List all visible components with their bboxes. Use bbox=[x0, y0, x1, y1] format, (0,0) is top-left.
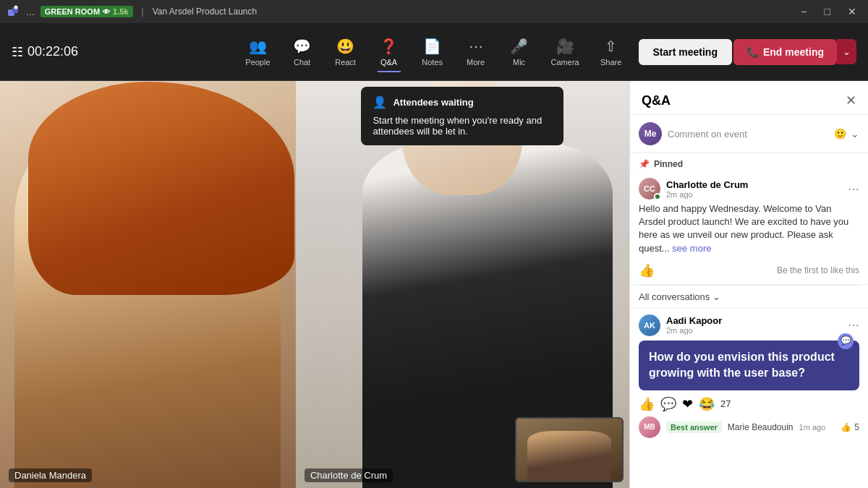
eye-icon: 👁 bbox=[103, 8, 110, 16]
laugh-reaction[interactable]: 😂 bbox=[699, 396, 715, 412]
tooltip-header: 👤 Attendees waiting bbox=[373, 95, 552, 109]
grid-icon: ☷ bbox=[12, 44, 23, 60]
chevron-down-icon: ⌄ bbox=[712, 291, 720, 302]
aadi-question-card: AK Aadi Kapoor 2m ago ⋯ 💬 How do you env… bbox=[630, 309, 868, 444]
more-label: More bbox=[467, 58, 485, 67]
comment-reaction[interactable]: 💬 bbox=[660, 396, 676, 412]
maximize-button[interactable]: □ bbox=[819, 3, 836, 20]
react-icon: 😃 bbox=[336, 38, 354, 55]
viewer-count: 1.5k bbox=[113, 7, 128, 16]
people-icon: 👥 bbox=[249, 38, 267, 55]
charlotte-like-row: 👍 Be the first to like this bbox=[639, 260, 859, 278]
comment-options[interactable]: 🙂 ⌄ bbox=[834, 128, 859, 140]
aadi-time: 2m ago bbox=[666, 326, 722, 335]
react-button[interactable]: 😃 React bbox=[326, 32, 366, 72]
window-title: Van Arsdel Product Launch bbox=[153, 7, 258, 17]
all-conversations-label: All conversations bbox=[639, 291, 710, 302]
marie-time: 1m ago bbox=[799, 423, 826, 432]
all-conversations-dropdown[interactable]: All conversations ⌄ bbox=[630, 286, 868, 309]
aadi-more-button[interactable]: ⋯ bbox=[848, 318, 859, 332]
end-meeting-chevron[interactable]: ⌄ bbox=[837, 39, 856, 64]
thumbs-up-reaction[interactable]: 👍 bbox=[639, 396, 655, 412]
video-left: Daniela Mandera bbox=[0, 81, 296, 488]
charlotte-avatar-wrap: CC bbox=[639, 178, 660, 200]
pinned-label: Pinned bbox=[654, 159, 683, 169]
tooltip-header-text: Attendees waiting bbox=[393, 97, 473, 108]
attendees-icon: 👤 bbox=[373, 95, 387, 109]
teams-logo bbox=[6, 4, 20, 19]
room-badge: GREEN ROOM 👁 1.5k bbox=[41, 6, 133, 17]
share-label: Share bbox=[600, 58, 621, 67]
charlotte-like-text: Be the first to like this bbox=[777, 265, 859, 275]
charlotte-user-info: Charlotte de Crum 2m ago bbox=[666, 179, 748, 199]
charlotte-message: CC Charlotte de Crum 2m ago ⋯ Hello and … bbox=[630, 172, 868, 285]
start-meeting-button[interactable]: Start meeting bbox=[639, 39, 732, 65]
minimize-button[interactable]: − bbox=[795, 3, 812, 20]
notes-button[interactable]: 📄 Notes bbox=[412, 32, 453, 72]
tooltip-body-text: Start the meeting when you're ready and … bbox=[373, 115, 542, 137]
chat-icon: 💬 bbox=[293, 38, 311, 55]
chat-button[interactable]: 💬 Chat bbox=[282, 32, 323, 72]
charlotte-message-header: CC Charlotte de Crum 2m ago ⋯ bbox=[639, 178, 859, 200]
left-name-label: Daniela Mandera bbox=[9, 468, 92, 482]
best-answer-badge: Best answer bbox=[666, 421, 722, 433]
qa-button[interactable]: ❓ Q&A bbox=[369, 32, 409, 72]
chat-label: Chat bbox=[294, 58, 310, 67]
share-button[interactable]: ⇧ Share bbox=[591, 32, 631, 72]
svg-point-2 bbox=[14, 6, 18, 9]
charlotte-user-row: CC Charlotte de Crum 2m ago bbox=[639, 178, 748, 200]
best-answer-like[interactable]: 👍 5 bbox=[841, 422, 859, 432]
camera-button[interactable]: 🎥 Camera bbox=[542, 32, 588, 72]
charlotte-like-button[interactable]: 👍 bbox=[639, 262, 655, 278]
notes-icon: 📄 bbox=[423, 38, 441, 55]
meeting-buttons: Start meeting 📞 End meeting ⌄ bbox=[630, 39, 856, 65]
qa-sidebar: Q&A ✕ Me Comment on event 🙂 ⌄ 📌 Pinned C… bbox=[629, 81, 868, 488]
comment-user-avatar: Me bbox=[639, 122, 662, 145]
mic-button[interactable]: 🎤 Mic bbox=[499, 32, 540, 72]
reaction-count: 27 bbox=[720, 398, 731, 409]
question-bubble-icon: 💬 bbox=[838, 333, 854, 349]
best-answer-thumbs-icon: 👍 bbox=[841, 422, 851, 432]
smile-icon[interactable]: 🙂 bbox=[834, 128, 846, 140]
more-icon: ⋯ bbox=[469, 38, 483, 55]
mic-label: Mic bbox=[513, 58, 525, 67]
people-label: People bbox=[245, 58, 270, 67]
aadi-user-info: Aadi Kapoor 2m ago bbox=[666, 315, 722, 335]
close-button[interactable]: ✕ bbox=[842, 3, 862, 20]
more-button[interactable]: ⋯ More bbox=[456, 32, 496, 72]
titlebar-more[interactable]: ... bbox=[26, 6, 35, 17]
aadi-question-text: How do you envision this product growing… bbox=[649, 351, 835, 379]
comment-input-row[interactable]: Me Comment on event 🙂 ⌄ bbox=[630, 115, 868, 153]
pinned-section-header: 📌 Pinned bbox=[630, 153, 868, 172]
charlotte-message-body: Hello and happy Wednesday. Welcome to Va… bbox=[639, 202, 859, 255]
end-meeting-button[interactable]: 📞 End meeting bbox=[733, 39, 837, 65]
main-content: Daniela Mandera 👤 Attendees waiting Star… bbox=[0, 81, 868, 488]
phone-icon: 📞 bbox=[746, 46, 759, 58]
see-more-link[interactable]: see more bbox=[672, 243, 711, 254]
chevron-down-icon[interactable]: ⌄ bbox=[851, 128, 859, 140]
attendees-tooltip: 👤 Attendees waiting Start the meeting wh… bbox=[361, 87, 563, 145]
react-label: React bbox=[335, 58, 356, 67]
meeting-timer: ☷ 00:22:06 bbox=[12, 44, 78, 60]
charlotte-online-dot bbox=[654, 193, 661, 200]
share-icon: ⇧ bbox=[605, 38, 617, 55]
heart-reaction[interactable]: ❤ bbox=[682, 396, 693, 412]
charlotte-message-text: Hello and happy Wednesday. Welcome to Va… bbox=[639, 203, 848, 254]
video-area: Daniela Mandera 👤 Attendees waiting Star… bbox=[0, 81, 629, 488]
titlebar: ... GREEN ROOM 👁 1.5k | Van Arsdel Produ… bbox=[0, 0, 868, 23]
best-answer-row: MB Best answer Marie Beaudouin 1m ago 👍 … bbox=[639, 416, 859, 438]
person-left bbox=[14, 101, 281, 488]
charlotte-more-button[interactable]: ⋯ bbox=[848, 182, 859, 196]
people-button[interactable]: 👥 People bbox=[237, 32, 278, 72]
comment-on-event-input[interactable]: Comment on event bbox=[668, 129, 828, 140]
aadi-avatar-wrap: AK bbox=[639, 314, 660, 336]
qa-label: Q&A bbox=[380, 58, 397, 67]
best-answer-left: MB Best answer Marie Beaudouin 1m ago bbox=[639, 416, 825, 438]
marie-name: Marie Beaudouin bbox=[728, 422, 793, 432]
titlebar-left: ... GREEN ROOM 👁 1.5k | Van Arsdel Produ… bbox=[6, 4, 257, 19]
marie-avatar: MB bbox=[639, 416, 660, 438]
aadi-avatar: AK bbox=[639, 314, 660, 336]
charlotte-time: 2m ago bbox=[666, 190, 748, 199]
title-separator: | bbox=[142, 7, 144, 17]
qa-close-button[interactable]: ✕ bbox=[846, 93, 856, 108]
